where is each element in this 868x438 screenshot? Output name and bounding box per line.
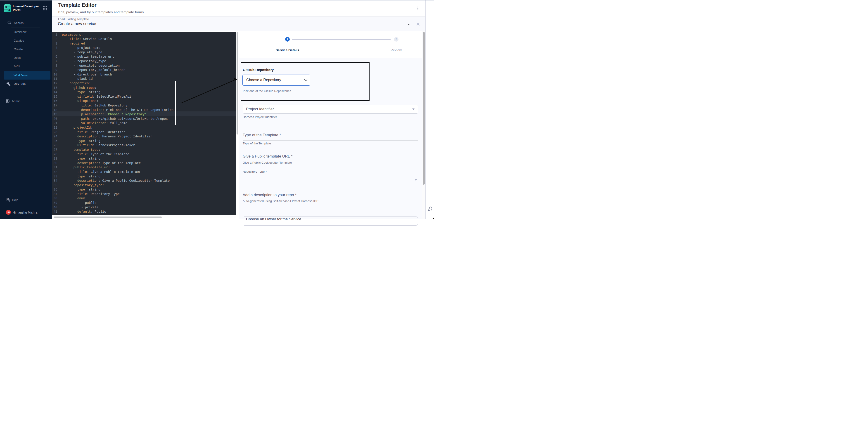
svg-text:?: ?: [7, 198, 8, 200]
